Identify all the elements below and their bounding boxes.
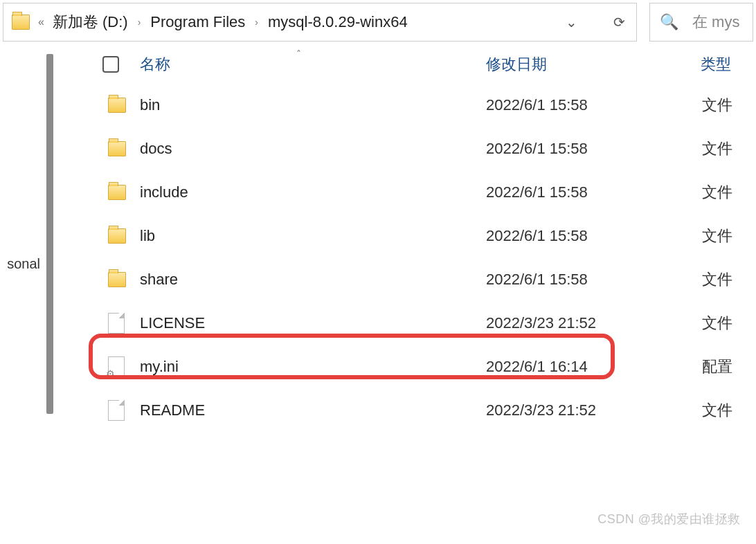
scrollbar-thumb[interactable]: [46, 54, 53, 414]
chevron-right-icon: ›: [253, 17, 260, 28]
file-type: 文件: [702, 313, 732, 334]
file-type: 文件: [702, 226, 732, 246]
select-all-checkbox[interactable]: [102, 56, 119, 73]
file-type: 文件: [702, 269, 732, 290]
folder-icon: [12, 15, 30, 30]
file-row[interactable]: bin2022/6/1 15:58文件: [60, 83, 756, 127]
crumb-2[interactable]: mysql-8.0.29-winx64: [268, 13, 408, 31]
folder-icon: [108, 98, 126, 113]
file-list: 名称 ˄ 修改日期 类型 bin2022/6/1 15:58文件docs2022…: [60, 42, 756, 544]
file-name: include: [140, 183, 486, 201]
folder-icon: [108, 141, 126, 156]
file-name: README: [140, 401, 486, 419]
breadcrumb[interactable]: « 新加卷 (D:) › Program Files › mysql-8.0.2…: [38, 12, 566, 33]
column-headers[interactable]: 名称 ˄ 修改日期 类型: [60, 46, 756, 83]
address-bar[interactable]: « 新加卷 (D:) › Program Files › mysql-8.0.2…: [3, 3, 637, 42]
file-name: my.ini: [140, 358, 486, 376]
folder-icon: [108, 272, 126, 287]
file-row[interactable]: docs2022/6/1 15:58文件: [60, 127, 756, 170]
dropdown-chevron-icon[interactable]: ⌄: [566, 14, 577, 30]
crumb-0[interactable]: 新加卷 (D:): [53, 12, 128, 33]
column-modified[interactable]: 修改日期: [486, 54, 701, 75]
file-modified: 2022/6/1 15:58: [486, 183, 702, 201]
file-name: docs: [140, 140, 486, 158]
file-type: 文件: [702, 95, 732, 116]
file-type: 文件: [702, 400, 732, 421]
file-row[interactable]: LICENSE2022/3/23 21:52文件: [60, 301, 756, 345]
file-row[interactable]: include2022/6/1 15:58文件: [60, 170, 756, 214]
watermark: CSDN @我的爱由谁拯救: [597, 511, 741, 527]
file-type: 文件: [702, 182, 732, 203]
file-modified: 2022/6/1 15:58: [486, 96, 702, 114]
file-row[interactable]: share2022/6/1 15:58文件: [60, 257, 756, 301]
file-type: 配置: [702, 356, 732, 377]
nav-scrollbar[interactable]: [40, 42, 60, 544]
file-modified: 2022/6/1 16:14: [486, 358, 702, 376]
file-modified: 2022/3/23 21:52: [486, 314, 702, 332]
file-modified: 2022/6/1 15:58: [486, 227, 702, 245]
overflow-chevron-icon[interactable]: «: [38, 16, 44, 28]
nav-item-truncated[interactable]: sonal: [7, 256, 40, 272]
file-row[interactable]: README2022/3/23 21:52文件: [60, 388, 756, 432]
file-modified: 2022/6/1 15:58: [486, 271, 702, 289]
folder-icon: [108, 228, 126, 244]
refresh-icon[interactable]: ⟳: [613, 14, 625, 30]
search-input[interactable]: 🔍 在 mys: [649, 3, 753, 42]
file-row[interactable]: lib2022/6/1 15:58文件: [60, 214, 756, 257]
config-file-icon: [108, 356, 125, 377]
chevron-right-icon: ›: [136, 17, 143, 28]
search-icon: 🔍: [660, 13, 678, 31]
folder-icon: [108, 185, 126, 200]
file-type: 文件: [702, 138, 732, 159]
file-modified: 2022/3/23 21:52: [486, 401, 702, 419]
file-name: bin: [140, 96, 486, 114]
file-row[interactable]: my.ini2022/6/1 16:14配置: [60, 345, 756, 388]
file-modified: 2022/6/1 15:58: [486, 140, 702, 158]
file-icon: [108, 313, 125, 334]
sort-indicator-icon: ˄: [296, 48, 301, 60]
column-type[interactable]: 类型: [701, 54, 731, 75]
search-placeholder: 在 mys: [692, 12, 739, 33]
file-name: share: [140, 271, 486, 289]
file-name: lib: [140, 227, 486, 245]
file-name: LICENSE: [140, 314, 486, 332]
file-icon: [108, 400, 125, 421]
nav-tree[interactable]: sonal: [0, 42, 40, 544]
column-name[interactable]: 名称 ˄: [140, 54, 486, 75]
crumb-1[interactable]: Program Files: [150, 13, 245, 31]
